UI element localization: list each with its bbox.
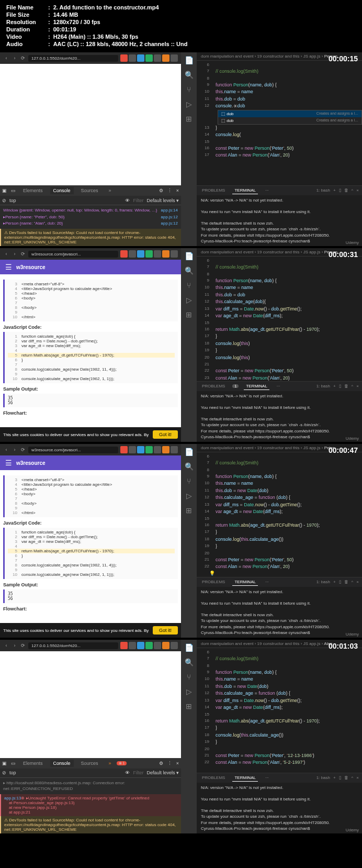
site-title: w3resource — [16, 264, 46, 270]
activity-bar: 📄 🔍 ⑂ ▷ ⊞ — [181, 52, 197, 246]
terminal-panel: PROBLEMS TERMINAL ··· 1: bash+▯🗑^× N/A: … — [197, 185, 362, 247]
extensions-icon[interactable]: ⊞ — [184, 114, 194, 124]
shell-select[interactable]: 1: bash — [316, 188, 330, 193]
clear-icon[interactable]: ⊘ — [2, 198, 6, 203]
devtools-panel: ▣ ▭ Elements Console Sources » ⚙ ⋮ × ⊘ t… — [0, 185, 181, 246]
console-error: app.js:13⊗ ▸Uncaught TypeError: Cannot r… — [0, 794, 181, 816]
cookie-banner: This site uses cookies to deliver our se… — [0, 427, 181, 442]
filter-input[interactable]: Filter — [133, 198, 143, 203]
plus-icon[interactable]: + — [333, 188, 336, 193]
frame-1: ‹ › ⟳ 127.0.0.1:5502/dom%20... ▣ ▭ Eleme… — [0, 52, 362, 246]
udemy-watermark: Udemy — [346, 240, 359, 245]
error-badge: ⊗ 1 — [117, 761, 127, 765]
editor[interactable]: 67// console.log(Smith)89function Person… — [197, 61, 362, 185]
w3-header: ☰ w3resource — [0, 260, 181, 274]
gear-icon[interactable]: ⚙ — [159, 188, 163, 193]
chevron-up-icon[interactable]: ^ — [352, 188, 354, 193]
timestamp: 00:00:15 — [329, 54, 358, 63]
meta-label: File Name — [6, 4, 48, 10]
explorer-icon[interactable]: 📄 — [184, 55, 194, 65]
got-it-button[interactable]: Got it! — [153, 430, 178, 439]
debug-icon[interactable]: ▷ — [184, 99, 194, 109]
url-bar[interactable]: 127.0.0.1:5502/dom%20... — [28, 55, 118, 62]
trash-icon[interactable]: 🗑 — [344, 188, 348, 193]
sources-tab[interactable]: Sources — [78, 187, 101, 194]
levels-select[interactable]: Default levels ▾ — [146, 198, 179, 203]
close-icon[interactable]: × — [356, 188, 359, 193]
elements-tab[interactable]: Elements — [20, 187, 46, 194]
forward-icon[interactable]: › — [12, 55, 18, 61]
split-icon[interactable]: ▯ — [339, 188, 341, 193]
search-icon[interactable]: 🔍 — [184, 70, 194, 80]
devtools-warning: ⚠ DevTools failed to load SourceMap: Cou… — [0, 229, 181, 246]
browser-toolbar: ‹ › ⟳ 127.0.0.1:5502/dom%20... — [0, 52, 181, 64]
console-log: Window {parent: Window, opener: null, to… — [3, 208, 157, 213]
frame-2: ‹›⟳ w3resource.com/javascri... ☰ w3resou… — [0, 248, 362, 442]
reload-icon[interactable]: ⟳ — [20, 55, 26, 61]
menu-icon[interactable]: ☰ — [5, 263, 12, 271]
inspect-icon[interactable]: ▣ — [2, 188, 7, 193]
context-select[interactable]: top — [9, 198, 16, 203]
console-tab[interactable]: Console — [50, 187, 74, 194]
menu-icon[interactable]: ⋮ — [167, 188, 172, 193]
problems-tab[interactable]: PROBLEMS — [200, 187, 227, 194]
page-content — [0, 64, 181, 185]
page-content: 3 <meta charset="utf-8">4 <title>JavaScr… — [0, 274, 181, 427]
terminal-output[interactable]: N/A: version "N/A -> N/A" is not yet ins… — [197, 195, 362, 247]
more-tabs[interactable]: » — [106, 187, 115, 194]
close-icon[interactable]: × — [176, 188, 179, 193]
file-metadata: File Name:2. Add function to the constru… — [0, 0, 362, 52]
eye-icon[interactable]: 👁 — [125, 198, 130, 203]
frame-3: ‹›⟳ w3resource.com/javascri... ☰w3resour… — [0, 444, 362, 638]
extension-icons — [120, 54, 178, 62]
source-control-icon[interactable]: ⑂ — [184, 85, 194, 94]
device-icon[interactable]: ▭ — [11, 188, 16, 193]
meta-value: 2. Add function to the constructor.mp4 — [53, 4, 159, 10]
frame-4: ‹›⟳ 127.0.0.1:5502/dom%20... ▣▭ Elements… — [0, 640, 362, 833]
terminal-tab[interactable]: TERMINAL — [232, 187, 257, 194]
back-icon[interactable]: ‹ — [3, 55, 9, 61]
url-bar[interactable]: w3resource.com/javascri... — [28, 251, 118, 258]
